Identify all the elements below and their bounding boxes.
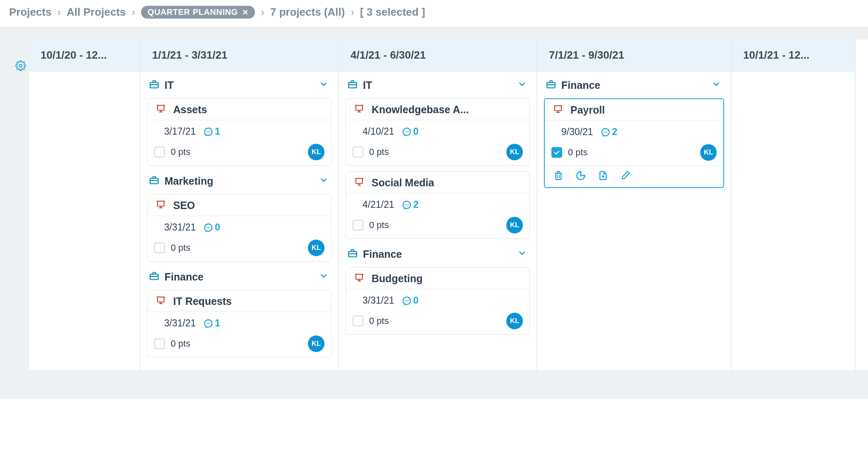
- project-card[interactable]: IT Requests3/31/2110 ptsKL: [147, 290, 331, 357]
- group-header[interactable]: Marketing: [147, 171, 331, 191]
- card-comments[interactable]: 0: [402, 295, 419, 306]
- avatar[interactable]: KL: [308, 144, 324, 160]
- group-header[interactable]: Finance: [147, 267, 331, 287]
- project-card[interactable]: Payroll9/30/2120 ptsKL: [544, 98, 724, 188]
- avatar[interactable]: KL: [700, 144, 717, 161]
- column-body: [29, 71, 140, 80]
- card-meta: 4/10/210: [346, 120, 529, 141]
- card-date: 3/31/21: [164, 318, 196, 329]
- card-checkbox[interactable]: [353, 147, 363, 157]
- card-header: Assets: [148, 99, 331, 120]
- board-container: 10/1/20 - 12...1/1/21 - 3/31/21ITAssets3…: [0, 27, 868, 399]
- svg-point-0: [19, 64, 22, 67]
- board-columns: 10/1/20 - 12...1/1/21 - 3/31/21ITAssets3…: [29, 40, 868, 370]
- card-checkbox[interactable]: [353, 220, 363, 231]
- chevron-down-icon[interactable]: [319, 176, 328, 187]
- close-icon[interactable]: ✕: [242, 8, 249, 17]
- gear-icon[interactable]: [15, 60, 26, 370]
- card-header: Budgeting: [346, 268, 529, 289]
- group-header[interactable]: IT: [147, 76, 331, 95]
- comment-count: 0: [215, 222, 220, 233]
- avatar[interactable]: KL: [308, 335, 324, 352]
- timeline-column: 1/1/21 - 3/31/21ITAssets3/17/2110 ptsKLM…: [141, 40, 339, 370]
- chevron-down-icon[interactable]: [517, 80, 527, 91]
- project-card[interactable]: Budgeting3/31/2100 ptsKL: [346, 267, 530, 335]
- avatar[interactable]: KL: [506, 217, 523, 233]
- avatar[interactable]: KL: [506, 313, 523, 329]
- breadcrumb-all-projects[interactable]: All Projects: [67, 6, 126, 19]
- group-title: Marketing: [165, 175, 314, 187]
- breadcrumb: Projects › All Projects › QUARTER PLANNI…: [0, 0, 868, 27]
- project-card[interactable]: Assets3/17/2110 ptsKL: [147, 98, 331, 166]
- timeline-column: 7/1/21 - 9/30/21FinancePayroll9/30/2120 …: [537, 40, 732, 370]
- chevron-right-icon: ›: [261, 6, 265, 19]
- card-comments[interactable]: 2: [601, 126, 618, 138]
- briefcase-icon: [546, 79, 556, 92]
- card-meta: 4/21/212: [346, 193, 529, 214]
- card-header: SEO: [148, 195, 331, 216]
- presentation-icon: [156, 295, 166, 307]
- chevron-down-icon[interactable]: [319, 271, 328, 283]
- card-points: 0 pts: [369, 147, 501, 157]
- trash-icon[interactable]: [553, 170, 564, 183]
- add-file-icon[interactable]: [598, 170, 608, 183]
- group-header[interactable]: Finance: [544, 76, 724, 95]
- pencil-icon[interactable]: [620, 170, 631, 183]
- briefcase-icon: [149, 79, 160, 92]
- card-header: Knowledgebase A...: [346, 99, 529, 120]
- column-header[interactable]: 4/1/21 - 6/30/21: [339, 40, 537, 71]
- copy-icon[interactable]: [575, 170, 586, 183]
- card-comments[interactable]: 1: [203, 126, 220, 137]
- avatar[interactable]: KL: [506, 144, 523, 160]
- card-footer: 0 ptsKL: [346, 141, 529, 165]
- breadcrumb-project-count[interactable]: 7 projects (All): [270, 6, 345, 19]
- project-card[interactable]: Knowledgebase A...4/10/2100 ptsKL: [346, 98, 530, 166]
- card-meta: 3/31/210: [346, 289, 529, 310]
- group-title: IT: [165, 79, 314, 91]
- card-footer: 0 ptsKL: [545, 142, 723, 166]
- column-header[interactable]: 1/1/21 - 3/31/21: [141, 40, 338, 71]
- card-checkbox[interactable]: [353, 316, 363, 326]
- card-checkbox[interactable]: [551, 147, 562, 158]
- project-card[interactable]: SEO3/31/2100 ptsKL: [147, 194, 331, 262]
- card-meta: 3/17/211: [148, 120, 331, 141]
- avatar[interactable]: KL: [308, 240, 324, 256]
- comment-count: 2: [413, 199, 419, 210]
- briefcase-icon: [347, 248, 358, 261]
- card-date: 9/30/21: [561, 126, 593, 138]
- group-header[interactable]: Finance: [346, 245, 530, 264]
- chevron-down-icon[interactable]: [319, 80, 328, 91]
- card-comments[interactable]: 1: [203, 318, 220, 329]
- comment-count: 1: [215, 126, 220, 137]
- card-checkbox[interactable]: [154, 243, 165, 253]
- comment-count: 0: [413, 295, 419, 306]
- card-checkbox[interactable]: [154, 338, 165, 349]
- card-header: Payroll: [545, 99, 723, 121]
- chevron-right-icon: ›: [351, 6, 354, 19]
- card-title: Social Media: [372, 177, 434, 189]
- card-comments[interactable]: 0: [402, 126, 419, 137]
- breadcrumb-projects[interactable]: Projects: [9, 6, 52, 19]
- card-comments[interactable]: 2: [402, 199, 419, 210]
- column-header[interactable]: 10/1/21 - 12...: [732, 40, 855, 71]
- card-footer: 0 ptsKL: [148, 141, 331, 165]
- column-body: FinancePayroll9/30/2120 ptsKL: [537, 71, 731, 198]
- breadcrumb-selected-count[interactable]: [ 3 selected ]: [360, 6, 425, 19]
- project-card[interactable]: Social Media4/21/2120 ptsKL: [346, 171, 530, 239]
- column-body: ITKnowledgebase A...4/10/2100 ptsKLSocia…: [339, 71, 537, 345]
- comment-count: 1: [215, 318, 220, 329]
- card-footer: 0 ptsKL: [346, 214, 529, 238]
- card-comments[interactable]: 0: [203, 222, 220, 233]
- chevron-down-icon[interactable]: [712, 80, 721, 91]
- card-checkbox[interactable]: [154, 147, 165, 157]
- card-title: Budgeting: [372, 273, 423, 285]
- breadcrumb-filter-pill[interactable]: QUARTER PLANNING ✕: [141, 6, 255, 19]
- group-header[interactable]: IT: [346, 76, 530, 95]
- card-points: 0 pts: [171, 338, 302, 349]
- chevron-down-icon[interactable]: [517, 249, 527, 260]
- comment-count: 0: [413, 126, 419, 137]
- timeline-column: 4/1/21 - 6/30/21ITKnowledgebase A...4/10…: [339, 40, 537, 370]
- presentation-icon: [156, 200, 166, 212]
- column-header[interactable]: 10/1/20 - 12...: [29, 40, 140, 71]
- column-header[interactable]: 7/1/21 - 9/30/21: [537, 40, 731, 71]
